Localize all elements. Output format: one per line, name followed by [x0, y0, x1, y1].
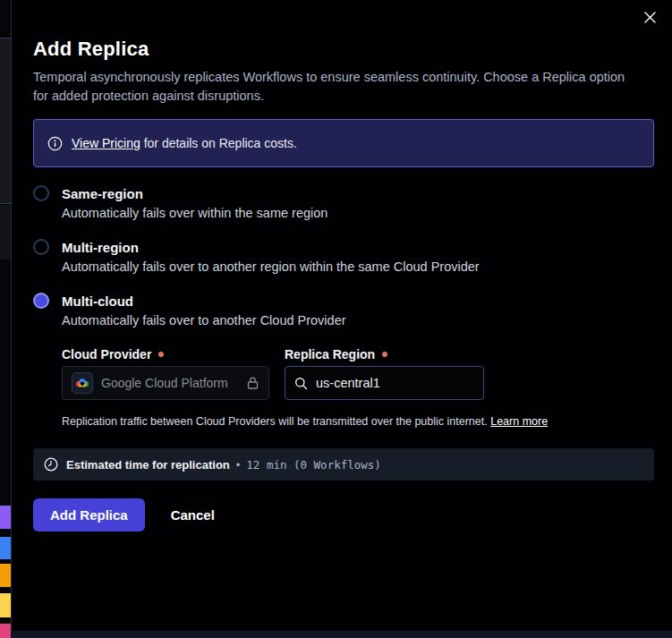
background-panel — [0, 205, 11, 259]
option-label: Multi-cloud — [62, 293, 133, 309]
bg-color-block-blue — [0, 537, 11, 559]
cancel-button[interactable]: Cancel — [171, 507, 215, 523]
radio-icon[interactable] — [33, 293, 49, 309]
view-pricing-link[interactable]: View Pricing — [72, 136, 140, 150]
clock-icon — [44, 457, 58, 472]
bg-color-block-yellow — [0, 593, 11, 617]
option-label: Same-region — [62, 186, 143, 201]
learn-more-link[interactable]: Learn more — [490, 415, 548, 428]
pricing-info-banner: View Pricing for details on Replica cost… — [33, 119, 654, 167]
pricing-banner-text: View Pricing for details on Replica cost… — [72, 136, 297, 150]
option-multi-cloud-header[interactable]: Multi-cloud — [33, 293, 654, 309]
modal-actions: Add Replica Cancel — [33, 498, 654, 532]
page-title: Add Replica — [33, 38, 654, 61]
close-icon[interactable] — [641, 8, 659, 26]
required-dot — [382, 352, 387, 357]
background-panel — [0, 38, 11, 204]
gcp-logo-icon — [72, 372, 93, 394]
option-description: Automatically fails over to another Clou… — [62, 313, 654, 328]
option-multi-cloud: Multi-cloud Automatically fails over to … — [33, 293, 654, 428]
estimate-separator: • — [236, 458, 241, 472]
option-label: Multi-region — [62, 240, 139, 255]
estimate-label: Estimated time for replication — [66, 458, 230, 472]
bg-color-block-orange — [0, 564, 11, 587]
traffic-note: Replication traffic between Cloud Provid… — [62, 415, 654, 428]
replica-region-field — [285, 366, 484, 400]
option-multi-region-header[interactable]: Multi-region — [33, 239, 654, 255]
background-page-strip — [0, 0, 11, 638]
required-dot — [158, 352, 164, 357]
bottom-bar — [11, 631, 672, 638]
lock-icon — [246, 376, 259, 390]
cloud-provider-value: Google Cloud Platform — [101, 376, 246, 390]
estimate-value: 12 min (0 Workflows) — [246, 458, 381, 472]
cloud-provider-label: Cloud Provider — [62, 347, 269, 362]
screen: Add Replica Temporal asynchronously repl… — [0, 0, 672, 638]
radio-icon[interactable] — [33, 185, 49, 201]
option-multi-region: Multi-region Automatically fails over to… — [33, 239, 654, 275]
cloud-provider-select[interactable]: Google Cloud Platform — [62, 366, 269, 400]
option-same-region: Same-region Automatically fails over wit… — [33, 185, 654, 221]
modal-description: Temporal asynchronously replicates Workf… — [33, 68, 642, 106]
option-description: Automatically fails over to another regi… — [62, 259, 654, 275]
radio-icon[interactable] — [33, 239, 49, 255]
replica-region-input[interactable] — [316, 376, 459, 390]
bg-color-block-purple — [0, 506, 11, 529]
option-description: Automatically fails over within the same… — [62, 206, 654, 221]
multi-cloud-form: Cloud Provider Replica Region — [62, 347, 654, 428]
info-icon — [47, 136, 63, 151]
option-same-region-header[interactable]: Same-region — [33, 185, 654, 201]
pricing-banner-suffix: for details on Replica costs. — [140, 136, 297, 150]
bg-color-block-pink — [0, 624, 11, 638]
add-replica-button[interactable]: Add Replica — [33, 498, 145, 532]
estimate-banner: Estimated time for replication • 12 min … — [33, 448, 654, 481]
search-icon — [294, 377, 308, 390]
add-replica-modal: Add Replica Temporal asynchronously repl… — [11, 0, 672, 638]
replica-region-label: Replica Region — [285, 347, 484, 362]
